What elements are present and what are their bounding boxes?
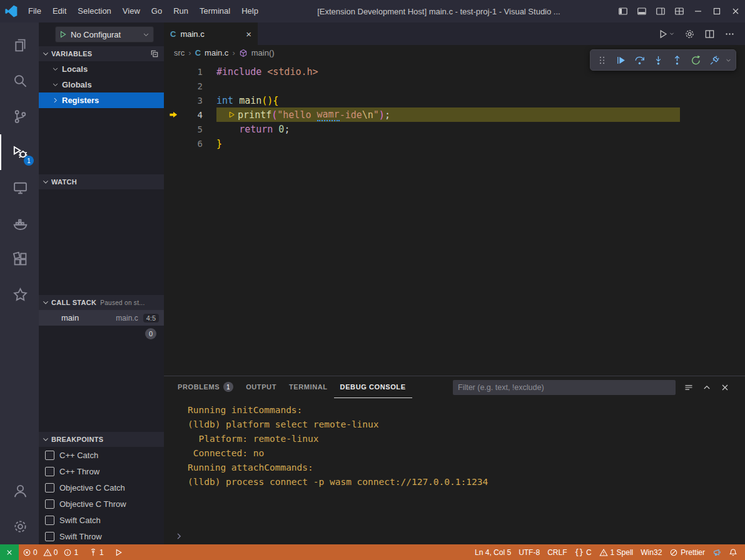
toggle-sidebar-icon[interactable] [614, 0, 632, 22]
breakpoint-item[interactable]: Objective C Throw [39, 496, 164, 512]
prettier-status[interactable]: Prettier [666, 544, 709, 560]
code-line-3[interactable]: 3int main(){ [164, 93, 745, 108]
debug-console-output[interactable]: Running initCommands:(lldb) platform sel… [164, 398, 745, 528]
disconnect-icon[interactable] [706, 52, 723, 69]
activity-remote-explorer[interactable] [0, 170, 39, 206]
menu-terminal[interactable]: Terminal [194, 0, 236, 22]
activity-favorites[interactable] [0, 277, 39, 312]
debug-status[interactable] [111, 544, 130, 560]
remote-indicator[interactable] [0, 544, 19, 560]
platform[interactable]: Win32 [637, 544, 666, 560]
breakpoint-checkbox[interactable] [45, 467, 54, 476]
menu-run[interactable]: Run [168, 0, 194, 22]
activity-search[interactable] [0, 63, 39, 99]
restart-icon[interactable] [687, 52, 704, 69]
ports-status[interactable]: 1 [85, 544, 111, 560]
maximize-icon[interactable] [707, 0, 726, 22]
customize-layout-icon[interactable] [670, 0, 689, 22]
breakpoint-checkbox[interactable] [45, 499, 54, 509]
activity-run-and-debug[interactable]: 1 [0, 134, 39, 170]
activity-extensions[interactable] [0, 241, 39, 277]
tab-main-c[interactable]: C main.c × [164, 22, 258, 45]
menu-help[interactable]: Help [236, 0, 264, 22]
breakpoint-checkbox[interactable] [45, 532, 54, 541]
code-line-5[interactable]: 5 return 0; [164, 122, 745, 136]
menu-selection[interactable]: Selection [72, 0, 116, 22]
problems-status[interactable]: 001 [19, 544, 85, 560]
menu-go[interactable]: Go [146, 0, 168, 22]
console-lines-icon[interactable] [684, 382, 694, 392]
breakpoint-checkbox[interactable] [45, 451, 54, 460]
watch-section-header[interactable]: WATCH [39, 174, 164, 189]
split-editor-icon[interactable] [704, 29, 715, 39]
minimize-icon[interactable] [689, 0, 707, 22]
code-line-6[interactable]: 6} [164, 136, 745, 151]
variables-scope-locals[interactable]: Locals [39, 61, 164, 77]
gutter[interactable]: 2 [164, 81, 216, 91]
console-filter-input[interactable] [453, 380, 676, 395]
maximize-panel-icon[interactable] [702, 382, 712, 392]
chevron-down-icon[interactable] [725, 57, 732, 64]
drag-grip-icon[interactable] [594, 52, 611, 69]
step-out-icon[interactable] [669, 52, 686, 69]
language-mode[interactable]: {}C [570, 544, 595, 560]
gutter[interactable]: 6 [164, 139, 216, 149]
breakpoint-item[interactable]: C++ Throw [39, 463, 164, 479]
panel-tab-problems[interactable]: PROBLEMS1 [171, 376, 240, 398]
announcement[interactable] [709, 544, 725, 560]
settings-gear-icon[interactable] [684, 29, 695, 39]
gutter[interactable]: 5 [164, 124, 216, 134]
breakpoint-item[interactable]: Swift Catch [39, 512, 164, 528]
panel-tab-debug-console[interactable]: DEBUG CONSOLE [334, 376, 412, 398]
run-file-icon[interactable] [658, 29, 675, 39]
gutter[interactable]: 3 [164, 96, 216, 106]
menu-edit[interactable]: Edit [47, 0, 72, 22]
current-line-arrow-icon[interactable] [164, 110, 183, 119]
activity-accounts[interactable] [0, 473, 39, 509]
call-stack-frame[interactable]: main main.c 4:5 [39, 310, 164, 326]
panel-tab-output[interactable]: OUTPUT [240, 376, 283, 398]
breakpoint-item[interactable]: Objective C Catch [39, 479, 164, 496]
debug-config-dropdown[interactable]: No Configurat [55, 26, 154, 42]
variables-scope-registers[interactable]: Registers [39, 92, 164, 108]
more-actions-icon[interactable] [724, 29, 735, 39]
variables-section-header[interactable]: VARIABLES [39, 46, 164, 61]
cursor-position[interactable]: Ln 4, Col 5 [471, 544, 515, 560]
close-window-icon[interactable] [726, 0, 745, 22]
eol[interactable]: CRLF [544, 544, 570, 560]
variables-scope-globals[interactable]: Globals [39, 77, 164, 92]
step-over-icon[interactable] [631, 52, 648, 69]
breakpoint-checkbox[interactable] [45, 483, 54, 492]
gutter[interactable]: 4 [164, 110, 216, 120]
close-panel-icon[interactable] [720, 382, 730, 392]
console-input-row[interactable] [164, 528, 745, 544]
breadcrumb-symbol[interactable]: main() [251, 48, 275, 58]
code-editor[interactable]: 1#include <stdio.h>23int main(){4 printf… [164, 61, 745, 376]
code-line-2[interactable]: 2 [164, 79, 745, 93]
notifications[interactable] [725, 544, 741, 560]
panel-tab-terminal[interactable]: TERMINAL [283, 376, 334, 398]
spell-status[interactable]: 1 Spell [595, 544, 637, 560]
menu-view[interactable]: View [117, 0, 146, 22]
code-line-4[interactable]: 4 printf("hello wamr-ide\n"); [164, 108, 745, 122]
breakpoint-item[interactable]: C++ Catch [39, 447, 164, 463]
gutter[interactable]: 1 [164, 67, 216, 77]
collapse-all-icon[interactable] [150, 49, 159, 58]
breadcrumb-folder[interactable]: src [174, 48, 185, 58]
step-into-icon[interactable] [650, 52, 667, 69]
encoding[interactable]: UTF-8 [515, 544, 544, 560]
activity-docker[interactable] [0, 206, 39, 241]
menu-file[interactable]: File [23, 0, 47, 22]
breakpoint-item[interactable]: Swift Throw [39, 528, 164, 544]
activity-source-control[interactable] [0, 99, 39, 134]
breakpoints-section-header[interactable]: BREAKPOINTS [39, 432, 164, 447]
toggle-secondary-sidebar-icon[interactable] [651, 0, 670, 22]
activity-settings[interactable] [0, 509, 39, 544]
toggle-panel-icon[interactable] [632, 0, 651, 22]
close-tab-icon[interactable]: × [246, 29, 251, 39]
continue-icon[interactable] [612, 52, 629, 69]
breadcrumb-file[interactable]: main.c [205, 48, 228, 58]
call-stack-section-header[interactable]: CALL STACK Paused on st... [39, 295, 164, 310]
activity-explorer[interactable] [0, 28, 39, 63]
breakpoint-checkbox[interactable] [45, 516, 54, 525]
